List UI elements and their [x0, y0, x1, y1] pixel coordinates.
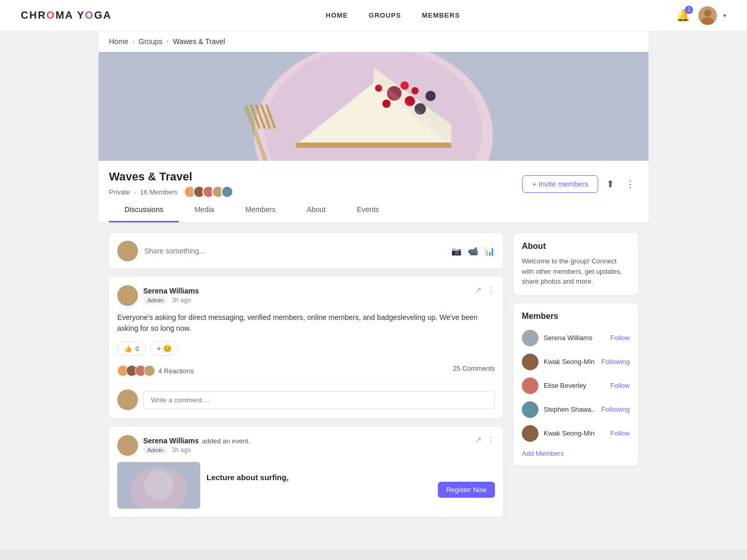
- breadcrumb-sep-1: ›: [132, 38, 134, 45]
- post-1-emoji-button[interactable]: + 😊: [150, 341, 178, 356]
- group-member-count: 16 Members: [140, 188, 177, 196]
- cover-svg: [99, 52, 648, 161]
- member-5-follow-button[interactable]: Follow: [610, 429, 630, 437]
- svg-point-1: [701, 17, 714, 25]
- notification-badge: 2: [685, 6, 693, 14]
- post-2-share-button[interactable]: ↗: [475, 435, 481, 445]
- poll-icon[interactable]: 📊: [485, 246, 495, 256]
- register-button[interactable]: Register Now: [438, 482, 495, 498]
- post-1-author-name: Serena Williams: [143, 287, 199, 295]
- about-body: Welcome to the group! Connect with other…: [522, 256, 630, 287]
- group-wrapper: Home › Groups › Wawes & Travel: [0, 31, 747, 550]
- chevron-down-icon[interactable]: ▾: [723, 12, 726, 19]
- post-2-meta: Admin 3h ago: [143, 446, 251, 454]
- comment-input[interactable]: [143, 391, 495, 409]
- post-1-comment-area: [117, 383, 495, 410]
- body-content: 📷 📹 📊 Serena Williams Admin 3h ago: [99, 223, 648, 527]
- more-options-button[interactable]: ⋮: [622, 175, 638, 193]
- current-user-avatar: [117, 241, 138, 261]
- member-2-info: Kwak Seong-Min: [522, 354, 594, 370]
- member-4-follow-button[interactable]: Following: [601, 405, 630, 413]
- left-column: 📷 📹 📊 Serena Williams Admin 3h ago: [109, 233, 503, 517]
- dot-sep: ·: [134, 188, 136, 196]
- event-preview: Lecture about surfing, Register Now: [117, 462, 495, 509]
- post-1-author-info: Serena Williams Admin 3h ago: [143, 287, 199, 304]
- post-2-more-button[interactable]: ⋮: [487, 435, 495, 445]
- post-1-author: Serena Williams Admin 3h ago: [117, 285, 199, 306]
- post-1-role-badge: Admin: [143, 296, 168, 304]
- breadcrumb-sep-2: ›: [167, 38, 169, 45]
- tab-media[interactable]: Media: [179, 198, 230, 222]
- member-2-follow-button[interactable]: Following: [601, 358, 630, 366]
- post-2-header: Serena Williams added an event. Admin 3h…: [117, 435, 495, 456]
- post-1-like-button[interactable]: 👍 0: [117, 342, 146, 356]
- tab-discussions[interactable]: Discussions: [109, 198, 179, 222]
- add-members-link[interactable]: Add Members: [522, 450, 630, 457]
- share-icon: ⬆: [606, 179, 614, 189]
- navbar: CHROMA YOGA HOME GROUPS MEMBERS 🔔 2 ▾: [0, 0, 747, 31]
- member-5-avatar: [522, 425, 538, 442]
- photo-icon[interactable]: 📷: [451, 246, 462, 256]
- share-actions: 📷 📹 📊: [451, 246, 495, 256]
- group-actions: + Invite members ⬆ ⋮: [522, 175, 638, 193]
- post-1-avatar: [117, 285, 138, 306]
- svg-point-15: [382, 100, 391, 108]
- emoji-icon: 😊: [163, 344, 172, 353]
- breadcrumb-groups[interactable]: Groups: [139, 37, 162, 46]
- tab-members[interactable]: Members: [230, 198, 291, 222]
- breadcrumb-home[interactable]: Home: [109, 37, 128, 46]
- post-2-role-badge: Admin: [143, 446, 168, 454]
- member-1-info: Serena Williams: [522, 330, 592, 346]
- logo-o2: O: [85, 9, 94, 21]
- post-2-avatar: [117, 435, 138, 456]
- tab-about[interactable]: About: [291, 198, 341, 222]
- tab-events[interactable]: Events: [341, 198, 395, 222]
- post-2-author-name: Serena Williams: [143, 437, 199, 445]
- thumbs-up-icon: 👍: [124, 345, 132, 353]
- breadcrumb: Home › Groups › Wawes & Travel: [99, 31, 648, 52]
- nav-groups[interactable]: GROUPS: [369, 11, 401, 19]
- logo: CHROMA YOGA: [21, 9, 112, 21]
- nav-right: 🔔 2 ▾: [674, 6, 726, 25]
- member-2-avatar: [522, 354, 538, 370]
- member-1-follow-button[interactable]: Follow: [610, 334, 630, 342]
- about-title: About: [522, 242, 630, 251]
- share-input[interactable]: [144, 247, 445, 255]
- event-thumb-svg: [117, 462, 200, 509]
- member-row-4: Stephen Shawa.. Following: [522, 398, 630, 422]
- post-1-footer: 4 Reactions 25 Comments: [117, 360, 495, 376]
- svg-point-17: [425, 91, 436, 101]
- logo-o1: O: [46, 9, 56, 21]
- video-icon[interactable]: 📹: [468, 246, 478, 256]
- member-3-name: Elise Beverley: [544, 382, 586, 389]
- right-column: About Welcome to the group! Connect with…: [514, 233, 638, 517]
- member-avatars: [184, 186, 233, 198]
- post-2-time: 3h ago: [172, 446, 191, 454]
- member-1-avatar: [522, 330, 538, 346]
- cover-image: [99, 52, 648, 161]
- group-header: Waves & Travel Private · 16 Members + In…: [99, 161, 648, 198]
- member-row-5: Kwak Seong-Min Follow: [522, 422, 630, 445]
- member-3-follow-button[interactable]: Follow: [610, 382, 630, 389]
- post-1-share-button[interactable]: ↗: [475, 285, 481, 295]
- svg-marker-7: [296, 143, 451, 148]
- reaction-av-4: [144, 365, 155, 376]
- group-tabs: Discussions Media Members About Events: [99, 198, 648, 223]
- group-meta: Private · 16 Members: [109, 186, 233, 198]
- nav-members[interactable]: MEMBERS: [422, 11, 460, 19]
- event-thumbnail: [117, 462, 200, 509]
- post-2-author-info: Serena Williams added an event. Admin 3h…: [143, 437, 251, 454]
- share-button[interactable]: ⬆: [603, 175, 617, 193]
- notification-button[interactable]: 🔔 2: [674, 7, 692, 24]
- post-card-1: Serena Williams Admin 3h ago ↗ ⋮ Everyon…: [109, 277, 503, 418]
- invite-members-button[interactable]: + Invite members: [522, 175, 598, 193]
- comment-avatar: [117, 389, 138, 410]
- post-1-icons: ↗ ⋮: [475, 285, 495, 295]
- breadcrumb-current: Wawes & Travel: [173, 37, 225, 46]
- post-1-reaction-count: 4 Reactions: [158, 367, 194, 375]
- avatar[interactable]: [698, 6, 717, 25]
- member-4-name: Stephen Shawa..: [544, 405, 595, 413]
- members-card: Members Serena Williams Follow Kwak Seon…: [514, 303, 638, 466]
- post-1-more-button[interactable]: ⋮: [487, 285, 495, 295]
- nav-home[interactable]: HOME: [326, 11, 348, 19]
